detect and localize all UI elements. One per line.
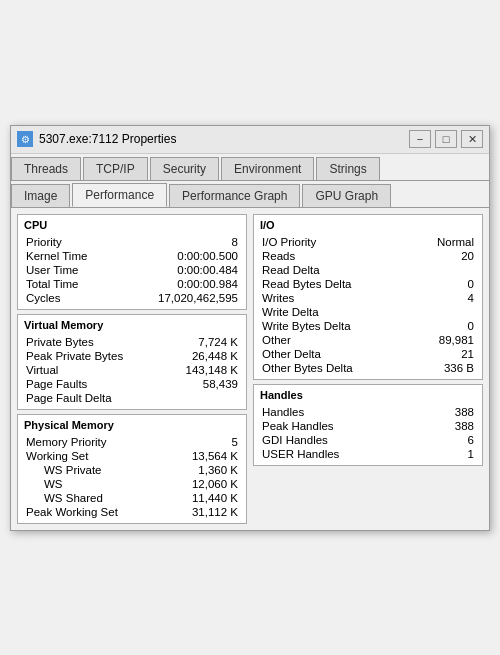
table-row: Kernel Time 0:00:00.500	[24, 249, 240, 263]
table-row: Working Set 13,564 K	[24, 449, 240, 463]
table-row: WS Private 1,360 K	[24, 463, 240, 477]
cpu-priority-label: Priority	[26, 236, 62, 248]
cpu-total-label: Total Time	[26, 278, 78, 290]
table-row: Write Delta	[260, 305, 476, 319]
cpu-title: CPU	[24, 219, 240, 231]
io-section: I/O I/O Priority Normal Reads 20 Read De…	[253, 214, 483, 380]
close-button[interactable]: ✕	[461, 130, 483, 148]
virtual-memory-section: Virtual Memory Private Bytes 7,724 K Pea…	[17, 314, 247, 410]
tabs-row1: Threads TCP/IP Security Environment Stri…	[11, 154, 489, 181]
tab-performance[interactable]: Performance	[72, 183, 167, 207]
cpu-user-label: User Time	[26, 264, 78, 276]
table-row: Private Bytes 7,724 K	[24, 335, 240, 349]
table-row: Read Bytes Delta 0	[260, 277, 476, 291]
table-row: Virtual 143,148 K	[24, 363, 240, 377]
cpu-cycles-value: 17,020,462,595	[158, 292, 238, 304]
minimize-button[interactable]: −	[409, 130, 431, 148]
cpu-section: CPU Priority 8 Kernel Time 0:00:00.500 U…	[17, 214, 247, 310]
tab-strings[interactable]: Strings	[316, 157, 379, 180]
tab-image[interactable]: Image	[11, 184, 70, 207]
content-area: CPU Priority 8 Kernel Time 0:00:00.500 U…	[11, 208, 489, 530]
table-row: Priority 8	[24, 235, 240, 249]
table-row: Write Bytes Delta 0	[260, 319, 476, 333]
io-title: I/O	[260, 219, 476, 231]
cpu-kernel-value: 0:00:00.500	[177, 250, 238, 262]
table-row: GDI Handles 6	[260, 433, 476, 447]
cpu-priority-value: 8	[232, 236, 238, 248]
panel-right: I/O I/O Priority Normal Reads 20 Read De…	[253, 214, 483, 524]
tab-security[interactable]: Security	[150, 157, 219, 180]
table-row: WS 12,060 K	[24, 477, 240, 491]
cpu-total-value: 0:00:00.984	[177, 278, 238, 290]
tab-tcpip[interactable]: TCP/IP	[83, 157, 148, 180]
table-row: Writes 4	[260, 291, 476, 305]
table-row: USER Handles 1	[260, 447, 476, 461]
table-row: I/O Priority Normal	[260, 235, 476, 249]
table-row: Peak Working Set 31,112 K	[24, 505, 240, 519]
table-row: Peak Private Bytes 26,448 K	[24, 349, 240, 363]
physical-memory-section: Physical Memory Memory Priority 5 Workin…	[17, 414, 247, 524]
cpu-cycles-label: Cycles	[26, 292, 61, 304]
table-row: Other Bytes Delta 336 B	[260, 361, 476, 375]
table-row: Page Faults 58,439	[24, 377, 240, 391]
virtual-memory-title: Virtual Memory	[24, 319, 240, 331]
title-bar: ⚙ 5307.exe:7112 Properties − □ ✕	[11, 126, 489, 154]
table-row: Cycles 17,020,462,595	[24, 291, 240, 305]
table-row: Peak Handles 388	[260, 419, 476, 433]
table-row: Total Time 0:00:00.984	[24, 277, 240, 291]
table-row: Reads 20	[260, 249, 476, 263]
table-row: WS Shared 11,440 K	[24, 491, 240, 505]
tab-gpu-graph[interactable]: GPU Graph	[302, 184, 391, 207]
tab-threads[interactable]: Threads	[11, 157, 81, 180]
window: ⚙ 5307.exe:7112 Properties − □ ✕ Threads…	[10, 125, 490, 531]
window-title: 5307.exe:7112 Properties	[39, 132, 409, 146]
tabs-row2: Image Performance Performance Graph GPU …	[11, 181, 489, 208]
table-row: User Time 0:00:00.484	[24, 263, 240, 277]
physical-memory-title: Physical Memory	[24, 419, 240, 431]
table-row: Memory Priority 5	[24, 435, 240, 449]
tab-performance-graph[interactable]: Performance Graph	[169, 184, 300, 207]
table-row: Other Delta 21	[260, 347, 476, 361]
maximize-button[interactable]: □	[435, 130, 457, 148]
panel-left: CPU Priority 8 Kernel Time 0:00:00.500 U…	[17, 214, 247, 524]
title-bar-controls: − □ ✕	[409, 130, 483, 148]
table-row: Page Fault Delta	[24, 391, 240, 405]
cpu-user-value: 0:00:00.484	[177, 264, 238, 276]
table-row: Read Delta	[260, 263, 476, 277]
tab-environment[interactable]: Environment	[221, 157, 314, 180]
handles-title: Handles	[260, 389, 476, 401]
handles-section: Handles Handles 388 Peak Handles 388 GDI…	[253, 384, 483, 466]
cpu-kernel-label: Kernel Time	[26, 250, 87, 262]
table-row: Handles 388	[260, 405, 476, 419]
window-icon: ⚙	[17, 131, 33, 147]
table-row: Other 89,981	[260, 333, 476, 347]
